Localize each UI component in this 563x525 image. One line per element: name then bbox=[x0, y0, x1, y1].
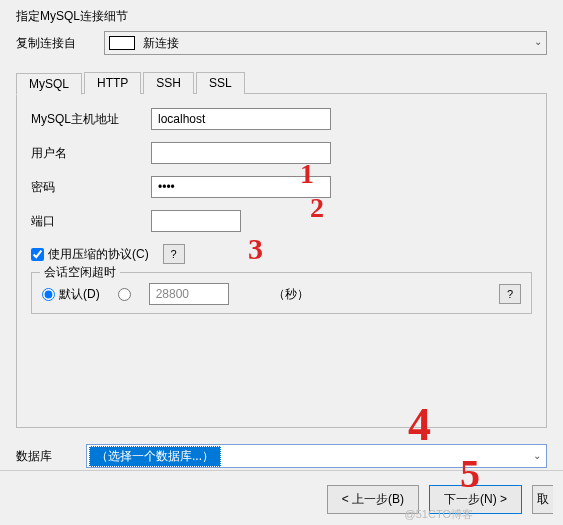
user-label: 用户名 bbox=[31, 145, 151, 162]
idle-custom-radio[interactable] bbox=[118, 288, 131, 301]
color-swatch bbox=[109, 36, 135, 50]
compress-help-button[interactable]: ? bbox=[163, 244, 185, 264]
database-select[interactable]: （选择一个数据库...） ⌄ bbox=[86, 444, 547, 468]
pass-input[interactable] bbox=[151, 176, 331, 198]
host-input[interactable] bbox=[151, 108, 331, 130]
pass-label: 密码 bbox=[31, 179, 151, 196]
chevron-down-icon: ⌄ bbox=[534, 36, 542, 47]
compress-checkbox[interactable] bbox=[31, 248, 44, 261]
dialog-subtitle: 指定MySQL连接细节 bbox=[16, 8, 547, 25]
idle-value-input bbox=[149, 283, 229, 305]
watermark: @51CTO博客 bbox=[405, 507, 473, 522]
copy-from-select[interactable]: 新连接 ⌄ bbox=[104, 31, 547, 55]
database-value: （选择一个数据库...） bbox=[89, 446, 221, 467]
database-label: 数据库 bbox=[16, 448, 86, 465]
tab-ssh[interactable]: SSH bbox=[143, 72, 194, 94]
idle-help-button[interactable]: ? bbox=[499, 284, 521, 304]
tab-ssl[interactable]: SSL bbox=[196, 72, 245, 94]
idle-legend: 会话空闲超时 bbox=[40, 264, 120, 281]
idle-default-radio[interactable]: 默认(D) bbox=[42, 286, 100, 303]
user-input[interactable] bbox=[151, 142, 331, 164]
tab-http[interactable]: HTTP bbox=[84, 72, 141, 94]
compress-label: 使用压缩的协议(C) bbox=[48, 246, 149, 263]
chevron-down-icon: ⌄ bbox=[533, 450, 541, 461]
idle-unit-label: （秒） bbox=[273, 286, 309, 303]
copy-from-label: 复制连接自 bbox=[16, 35, 96, 52]
port-input[interactable] bbox=[151, 210, 241, 232]
port-label: 端口 bbox=[31, 213, 151, 230]
copy-from-value: 新连接 bbox=[143, 35, 179, 52]
tab-mysql[interactable]: MySQL bbox=[16, 73, 82, 95]
host-label: MySQL主机地址 bbox=[31, 111, 151, 128]
cancel-button[interactable]: 取 bbox=[532, 485, 553, 514]
